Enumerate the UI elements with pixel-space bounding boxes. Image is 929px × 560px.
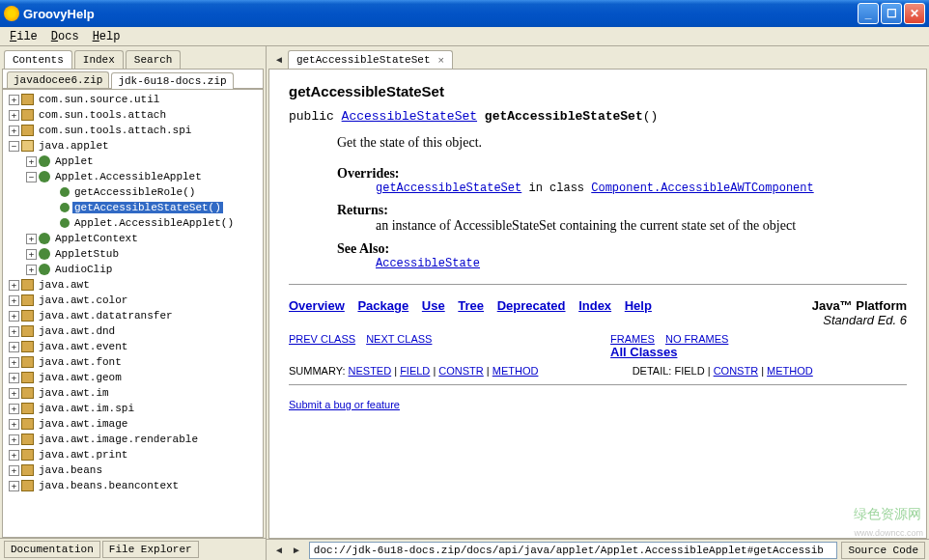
tree-node[interactable]: getAccessibleRole() xyxy=(72,186,197,198)
expand-icon[interactable]: + xyxy=(9,326,19,337)
sum-constr[interactable]: CONSTR xyxy=(438,365,483,377)
maximize-button[interactable]: ☐ xyxy=(881,3,902,24)
overrides-class-link[interactable]: Component.AccessibleAWTComponent xyxy=(591,182,813,195)
tree-node-selected[interactable]: getAccessibleStateSet() xyxy=(72,202,223,213)
nav-tree[interactable]: Tree xyxy=(458,298,484,313)
menu-docs[interactable]: Docs xyxy=(45,28,85,45)
expand-icon[interactable]: + xyxy=(9,450,19,461)
menu-file[interactable]: File xyxy=(4,28,43,45)
nav-deprecated[interactable]: Deprecated xyxy=(497,298,566,313)
expand-icon[interactable]: + xyxy=(9,311,19,322)
expand-icon[interactable]: + xyxy=(9,465,19,476)
nav-use[interactable]: Use xyxy=(422,298,445,313)
tree-node[interactable]: com.sun.source.util xyxy=(37,94,161,105)
doc-description: Get the state of this object. xyxy=(337,135,907,151)
nav-index[interactable]: Index xyxy=(578,298,611,313)
tree-node[interactable]: com.sun.tools.attach.spi xyxy=(37,125,193,136)
nav-help[interactable]: Help xyxy=(625,298,652,313)
collapse-icon[interactable]: − xyxy=(9,141,19,152)
nav-forward-icon[interactable]: ► xyxy=(288,545,305,555)
allclasses-link[interactable]: All Classes xyxy=(610,345,677,359)
nav-back-icon[interactable]: ◄ xyxy=(270,545,288,555)
tree-node[interactable]: java.awt.im.spi xyxy=(37,403,136,414)
expand-icon[interactable]: + xyxy=(9,419,19,430)
tab-search[interactable]: Search xyxy=(126,50,182,69)
tree-node[interactable]: java.awt.event xyxy=(37,341,129,352)
det-method[interactable]: METHOD xyxy=(767,365,813,377)
expand-icon[interactable]: + xyxy=(9,404,19,414)
tree-node[interactable]: Applet.AccessibleApplet() xyxy=(72,217,236,229)
expand-icon[interactable]: + xyxy=(9,295,19,306)
tree-node[interactable]: java.awt.image.renderable xyxy=(37,434,200,445)
tree-node[interactable]: java.beans.beancontext xyxy=(37,480,181,491)
expand-icon[interactable]: + xyxy=(9,95,19,105)
doc-title: getAccessibleStateSet xyxy=(289,83,907,99)
expand-icon[interactable]: + xyxy=(9,280,19,291)
summary-line: SUMMARY: NESTED | FIELD | CONSTR | METHO… xyxy=(289,365,538,377)
tree-node[interactable]: java.awt.datatransfer xyxy=(37,310,175,322)
collapse-icon[interactable]: − xyxy=(26,172,37,182)
nav-package[interactable]: Package xyxy=(357,298,408,313)
expand-icon[interactable]: + xyxy=(9,126,19,136)
frames-link[interactable]: FRAMES xyxy=(610,333,655,345)
overrides-method-link[interactable]: getAccessibleStateSet xyxy=(376,182,521,195)
tree-node[interactable]: AppletContext xyxy=(53,233,140,244)
menu-help[interactable]: Help xyxy=(87,28,127,45)
path-input[interactable]: doc://jdk-6u18-docs.zip/docs/api/java/ap… xyxy=(309,542,838,559)
tree-node[interactable]: java.awt.font xyxy=(37,356,124,368)
expand-icon[interactable]: + xyxy=(9,434,19,445)
class-icon xyxy=(39,233,50,244)
sum-method[interactable]: METHOD xyxy=(493,365,539,377)
tab-prev-icon[interactable]: ◄ xyxy=(270,54,288,65)
expand-icon[interactable]: + xyxy=(9,342,19,352)
expand-icon[interactable]: + xyxy=(26,234,37,244)
tree-node[interactable]: java.awt.image xyxy=(37,418,129,430)
tree-node[interactable]: com.sun.tools.attach xyxy=(37,109,168,121)
expand-icon[interactable]: + xyxy=(9,481,19,491)
tree-node[interactable]: Applet xyxy=(53,155,96,167)
package-icon xyxy=(21,140,34,152)
tree-node[interactable]: java.awt.im xyxy=(37,387,111,399)
tree-node[interactable]: java.awt.color xyxy=(37,294,129,306)
tree-node[interactable]: java.awt.dnd xyxy=(37,325,117,337)
tree-node[interactable]: java.awt xyxy=(37,279,92,291)
expand-icon[interactable]: + xyxy=(9,373,19,383)
tab-file-explorer[interactable]: File Explorer xyxy=(102,541,199,558)
tab-contents[interactable]: Contents xyxy=(4,50,72,69)
filetab-jdk6u18[interactable]: jdk-6u18-docs.zip xyxy=(111,72,233,89)
minimize-button[interactable]: _ xyxy=(858,3,879,24)
tree-node[interactable]: AudioClip xyxy=(53,264,114,275)
tree-node[interactable]: Applet.AccessibleApplet xyxy=(53,171,204,182)
package-icon xyxy=(21,434,34,445)
expand-icon[interactable]: + xyxy=(26,156,37,167)
source-code-button[interactable]: Source Code xyxy=(841,542,925,559)
menu-bar: File Docs Help xyxy=(0,27,929,46)
type-link[interactable]: AccessibleStateSet xyxy=(342,109,477,124)
expand-icon[interactable]: + xyxy=(9,357,19,368)
close-button[interactable]: ✕ xyxy=(904,3,925,24)
package-tree[interactable]: +com.sun.source.util +com.sun.tools.atta… xyxy=(2,89,264,538)
tree-node[interactable]: java.beans xyxy=(37,464,104,476)
tree-node[interactable]: java.awt.geom xyxy=(37,372,124,383)
expand-icon[interactable]: + xyxy=(9,110,19,121)
det-constr[interactable]: CONSTR xyxy=(714,365,758,377)
nav-overview[interactable]: Overview xyxy=(289,298,345,313)
tree-node[interactable]: java.applet xyxy=(37,140,111,152)
close-tab-icon[interactable]: × xyxy=(438,54,444,66)
tab-index[interactable]: Index xyxy=(74,50,124,69)
seealso-link[interactable]: AccessibleState xyxy=(376,257,480,270)
expand-icon[interactable]: + xyxy=(26,249,37,260)
prev-class-link[interactable]: PREV CLASS xyxy=(289,333,355,345)
bug-link[interactable]: Submit a bug or feature xyxy=(289,399,907,410)
tab-documentation[interactable]: Documentation xyxy=(4,541,100,558)
expand-icon[interactable]: + xyxy=(26,265,37,275)
content-tab[interactable]: getAccessibleStateSet × xyxy=(288,50,453,69)
tree-node[interactable]: java.awt.print xyxy=(37,449,129,461)
tree-node[interactable]: AppletStub xyxy=(53,248,121,260)
filetab-javadocee6[interactable]: javadocee6.zip xyxy=(7,71,109,88)
expand-icon[interactable]: + xyxy=(9,388,19,399)
noframes-link[interactable]: NO FRAMES xyxy=(665,333,728,345)
sum-field[interactable]: FIELD xyxy=(400,365,430,377)
sum-nested[interactable]: NESTED xyxy=(349,365,392,377)
next-class-link[interactable]: NEXT CLASS xyxy=(366,333,432,345)
